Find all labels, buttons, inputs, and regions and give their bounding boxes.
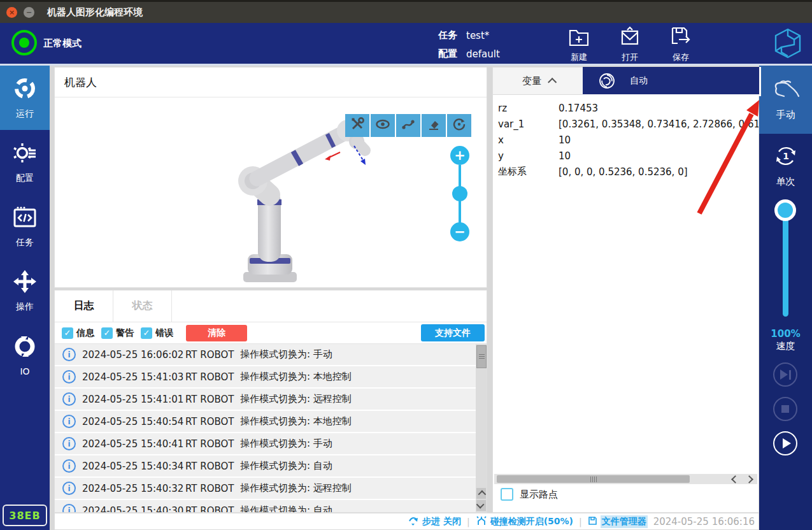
tab-status[interactable]: 状态: [113, 290, 172, 322]
normal-mode-indicator-icon: [11, 30, 37, 55]
support-files-button[interactable]: 支持文件: [421, 324, 485, 341]
new-button[interactable]: 新建: [558, 24, 600, 63]
log-row[interactable]: i 2024-05-25 15:40:34 RT ROBOT 操作模式切换为: …: [55, 455, 476, 476]
log-row[interactable]: i 2024-05-25 15:40:32 RT ROBOT 操作模式切换为: …: [55, 478, 476, 499]
hscrollbar-thumb[interactable]: [497, 475, 690, 483]
scroll-right-button[interactable]: [742, 474, 756, 484]
play-icon: [783, 438, 791, 448]
collision-detect-status[interactable]: 碰撞检测开启(50%): [476, 515, 573, 527]
save-icon: [669, 24, 692, 50]
log-scrollbar[interactable]: [476, 344, 487, 512]
rotate-reset-button[interactable]: [447, 114, 471, 137]
svg-text:1: 1: [783, 151, 789, 161]
clear-button[interactable]: 清除: [186, 325, 247, 341]
eraser-icon: [426, 117, 441, 134]
variables-table: rz 0.17453 var_1 [0.3261, 0.35348, 0.734…: [493, 95, 759, 180]
scroll-down-button[interactable]: [476, 500, 486, 511]
save-button[interactable]: 保存: [660, 24, 702, 63]
eye-icon: [375, 117, 390, 134]
hand-icon: [771, 79, 801, 104]
eraser-button[interactable]: [422, 114, 446, 137]
step-mode-status[interactable]: 步进 关闭: [408, 515, 461, 527]
log-row[interactable]: i 2024-05-25 16:06:02 RT ROBOT 操作模式切换为: …: [55, 344, 476, 365]
single-cycle-label: 单次: [776, 176, 795, 188]
variable-row[interactable]: x 10: [493, 132, 759, 148]
log-tabs: 日志 状态: [55, 290, 487, 322]
sidebar-item-config[interactable]: 配置: [0, 130, 50, 194]
log-row[interactable]: i 2024-05-25 15:41:01 RT ROBOT 操作模式切换为: …: [55, 389, 476, 410]
tools-button[interactable]: [345, 114, 369, 137]
info-checkbox[interactable]: ✓: [62, 327, 73, 339]
status-badge: 38EB: [3, 505, 47, 526]
stop-button[interactable]: [773, 397, 797, 421]
task-value: test*: [466, 30, 489, 41]
variables-panel: 变量 rz 0.17453 var_1 [0.3261, 0.35348, 0.…: [492, 67, 759, 513]
info-icon: i: [62, 370, 76, 383]
sidebar-item-operate[interactable]: 操作: [0, 259, 50, 323]
manual-mode-button[interactable]: 手动: [759, 66, 812, 134]
status-separator: |: [467, 517, 470, 527]
titlebar: × − 机器人图形化编程环境: [0, 0, 812, 23]
zoom-out-button[interactable]: −: [450, 222, 469, 241]
visibility-button[interactable]: [371, 114, 395, 137]
tab-variables[interactable]: 变量: [493, 68, 584, 94]
log-row[interactable]: i 2024-05-25 15:40:54 RT ROBOT 操作模式切换为: …: [55, 411, 476, 432]
scroll-left-button[interactable]: [728, 474, 742, 484]
variable-row[interactable]: var_1 [0.3261, 0.35348, 0.73416, 2.72866…: [493, 116, 759, 132]
zoom-slider-handle[interactable]: [452, 186, 467, 201]
trajectory-button[interactable]: [396, 114, 420, 137]
sidebar-item-io[interactable]: IO: [0, 323, 50, 387]
play-button[interactable]: [773, 431, 797, 455]
warning-checkbox[interactable]: ✓: [101, 327, 113, 339]
variables-hscrollbar[interactable]: [494, 474, 757, 484]
sidebar-item-run[interactable]: 运行: [0, 66, 50, 130]
auto-mode-label: 自动: [630, 75, 648, 87]
error-checkbox[interactable]: ✓: [141, 327, 152, 339]
tools-icon: [350, 117, 365, 134]
mode-menu-item-auto[interactable]: 自动: [583, 67, 761, 96]
single-cycle-button[interactable]: 1 单次: [759, 138, 812, 192]
info-icon: i: [62, 437, 76, 450]
window-close-button[interactable]: ×: [6, 7, 17, 18]
task-config-meta: 任务 test* 配置 default: [438, 26, 500, 63]
sidebar-item-task[interactable]: 任务: [0, 194, 50, 259]
speed-slider-track[interactable]: [783, 208, 788, 317]
collision-icon: [476, 515, 487, 527]
rotate-reset-icon: [452, 117, 467, 134]
robot-view-toolbar: [345, 114, 471, 137]
info-icon: i: [62, 348, 76, 361]
variable-row[interactable]: rz 0.17453: [493, 100, 759, 116]
speed-slider-handle[interactable]: [774, 199, 796, 221]
info-icon: i: [62, 392, 76, 406]
open-icon: [618, 24, 641, 50]
task-code-icon: [12, 204, 38, 233]
header-divider: [0, 64, 812, 66]
log-row[interactable]: i 2024-05-25 15:40:41 RT ROBOT 操作模式切换为: …: [55, 433, 476, 454]
info-icon: i: [62, 459, 76, 473]
speed-readout: 100% 速度: [759, 328, 812, 352]
manual-mode-label: 手动: [776, 109, 795, 121]
status-separator: |: [579, 517, 582, 527]
show-waypoints-label: 显示路点: [520, 489, 558, 501]
status-bar: 步进 关闭 | 碰撞检测开启(50%) | 文件管理器 2024-05-25 1…: [54, 513, 759, 530]
right-sidebar: 手动 1 单次 100% 速度: [759, 66, 812, 530]
log-list: i 2024-05-25 16:06:02 RT ROBOT 操作模式切换为: …: [55, 344, 476, 512]
file-manager-icon: [588, 516, 597, 527]
variable-row[interactable]: 坐标系 [0, 0, 0, 0.5236, 0.5236, 0]: [493, 164, 759, 180]
scroll-up-button[interactable]: [476, 488, 486, 499]
step-forward-button[interactable]: [773, 362, 797, 387]
stop-icon: [781, 405, 789, 413]
file-manager-status[interactable]: 文件管理器: [588, 515, 648, 528]
open-button[interactable]: 打开: [609, 24, 651, 63]
status-timestamp: 2024-05-25 16:06:16: [653, 516, 755, 527]
log-row[interactable]: i 2024-05-25 15:41:03 RT ROBOT 操作模式切换为: …: [55, 366, 476, 387]
log-scrollbar-thumb[interactable]: [476, 345, 487, 368]
show-waypoints-checkbox[interactable]: [501, 488, 513, 501]
log-row[interactable]: i 2024-05-25 15:40:30 RT ROBOT 操作模式切换为: …: [55, 500, 476, 512]
step-forward-icon: [780, 369, 791, 380]
show-waypoints-row: 显示路点: [501, 488, 558, 501]
window-minimize-button[interactable]: −: [24, 7, 34, 18]
variable-row[interactable]: y 10: [493, 148, 759, 164]
zoom-in-button[interactable]: +: [450, 146, 469, 165]
tab-log[interactable]: 日志: [55, 290, 113, 322]
